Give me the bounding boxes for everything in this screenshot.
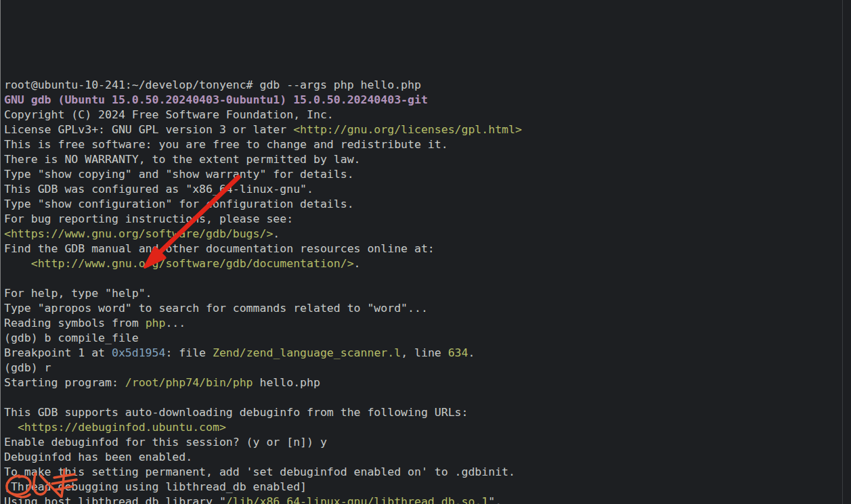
scrollbar-track[interactable] (843, 0, 851, 504)
terminal-line (4, 390, 842, 405)
terminal-line: Copyright (C) 2024 Free Software Foundat… (4, 108, 842, 122)
terminal-line: Starting program: /root/php74/bin/php he… (4, 375, 842, 390)
terminal-text-segment: root@ubuntu-10-241:~/develop/tonyenc# gd… (4, 78, 421, 91)
terminal-text-segment: ... (165, 317, 186, 329)
terminal-text-segment: <https://debuginfod.ubuntu.com> (18, 421, 226, 434)
terminal-line: root@ubuntu-10-241:~/develop/tonyenc# gd… (4, 78, 842, 93)
terminal-text-segment (4, 421, 18, 434)
terminal-text-segment: <https://www.gnu.org/software/gdb/bugs/> (4, 227, 273, 240)
terminal-text-segment: (gdb) r (4, 361, 51, 374)
terminal-text-segment: Using host libthread_db library " (4, 495, 226, 504)
terminal-line: Enable debuginfod for this session? (y o… (4, 435, 842, 450)
terminal-line: This is free software: you are free to c… (4, 137, 842, 152)
terminal-line: Reading symbols from php... (4, 316, 842, 331)
terminal-text-segment: php (146, 317, 166, 329)
terminal-text-segment: . (468, 346, 475, 359)
terminal-line: For help, type "help". (4, 286, 842, 301)
terminal-text-segment: . (273, 227, 280, 240)
terminal-line: For bug reporting instructions, please s… (4, 212, 842, 227)
terminal-line: Type "show copying" and "show warranty" … (4, 167, 842, 182)
terminal-line: Type "show configuration" for configurat… (4, 197, 842, 212)
terminal-text-segment: Copyright (C) 2024 Free Software Foundat… (4, 108, 334, 121)
terminal-line: Debuginfod has been enabled. (4, 450, 842, 465)
terminal-text-segment: [Thread debugging using libthread_db ena… (4, 480, 307, 493)
terminal-text-segment: ". (488, 495, 502, 504)
terminal-line: Find the GDB manual and other documentat… (4, 242, 842, 256)
terminal-text-segment: 634 (448, 346, 468, 359)
terminal-text-segment: Debuginfod has been enabled. (4, 451, 192, 463)
terminal-line: GNU gdb (Ubuntu 15.0.50.20240403-0ubuntu… (4, 93, 842, 108)
terminal-line: (gdb) r (4, 361, 842, 375)
terminal-text-segment: /lib/x86_64-linux-gnu/libthread_db.so.1 (226, 495, 488, 504)
terminal-text-segment: This GDB supports auto-downloading debug… (4, 406, 468, 419)
terminal-line: <https://debuginfod.ubuntu.com> (4, 420, 842, 435)
terminal-line: Type "apropos word" to search for comman… (4, 301, 842, 316)
terminal-text-segment: There is NO WARRANTY, to the extent perm… (4, 153, 361, 166)
terminal-text-segment: <http://www.gnu.org/software/gdb/documen… (31, 257, 354, 270)
terminal-text-segment: GNU gdb (Ubuntu 15.0.50.20240403-0ubuntu… (4, 93, 428, 106)
terminal-text-segment: License GPLv3+: GNU GPL version 3 or lat… (4, 123, 293, 136)
window-left-border (0, 0, 1, 504)
terminal-text-segment: For bug reporting instructions, please s… (4, 212, 293, 225)
terminal-line: This GDB was configured as "x86_64-linux… (4, 182, 842, 197)
terminal-text-segment: Starting program: (4, 376, 125, 389)
terminal-text-segment: : file (165, 346, 213, 359)
terminal-line: Breakpoint 1 at 0x5d1954: file Zend/zend… (4, 346, 842, 361)
scrollbar-divider (842, 0, 843, 504)
terminal-text-segment: . (354, 257, 361, 270)
terminal-text-segment (4, 257, 31, 270)
terminal-line: To make this setting permanent, add 'set… (4, 465, 842, 480)
terminal-line-clipped: root@ubuntu-10-241:~/develop/tonyenc# ph… (4, 30, 842, 33)
terminal-text-segment: Find the GDB manual and other documentat… (4, 242, 435, 255)
terminal-window: root@ubuntu-10-241:~/develop/tonyenc# ph… (0, 0, 851, 504)
terminal-line: Using host libthread_db library "/lib/x8… (4, 495, 842, 504)
terminal-line: [Thread debugging using libthread_db ena… (4, 480, 842, 495)
terminal-line: License GPLv3+: GNU GPL version 3 or lat… (4, 122, 842, 137)
terminal-text-segment: , line (401, 346, 448, 359)
terminal-text-segment: Enable debuginfod for this session? (y o… (4, 436, 327, 449)
terminal-line: (gdb) b compile_file (4, 331, 842, 346)
terminal-text-segment: Reading symbols from (4, 317, 146, 329)
terminal-text-segment: To make this setting permanent, add 'set… (4, 465, 515, 478)
terminal-text-segment: /root/php74/bin/php (125, 376, 253, 389)
terminal-line: This GDB supports auto-downloading debug… (4, 405, 842, 420)
terminal-text-segment: 0x5d1954 (112, 346, 165, 359)
terminal-text-segment: (gdb) b compile_file (4, 331, 139, 344)
terminal-text-segment: Type "show copying" and "show warranty" … (4, 168, 354, 181)
terminal-text-segment: This GDB was configured as "x86_64-linux… (4, 183, 313, 196)
terminal-line (4, 271, 842, 286)
terminal-text-segment: For help, type "help". (4, 287, 152, 300)
terminal-line: <http://www.gnu.org/software/gdb/documen… (4, 256, 842, 271)
terminal-text-segment: Breakpoint 1 at (4, 346, 112, 359)
terminal-output[interactable]: root@ubuntu-10-241:~/develop/tonyenc# ph… (0, 0, 842, 504)
terminal-text-segment: <http://gnu.org/licenses/gpl.html> (293, 123, 522, 136)
terminal-line: There is NO WARRANTY, to the extent perm… (4, 152, 842, 167)
terminal-text-segment: Type "show configuration" for configurat… (4, 198, 354, 210)
terminal-text-segment: This is free software: you are free to c… (4, 138, 448, 151)
terminal-text-segment: Zend/zend_language_scanner.l (213, 346, 401, 359)
terminal-text-segment: Type "apropos word" to search for comman… (4, 302, 428, 315)
terminal-text-segment: hello.php (253, 376, 320, 389)
terminal-line: <https://www.gnu.org/software/gdb/bugs/>… (4, 227, 842, 242)
